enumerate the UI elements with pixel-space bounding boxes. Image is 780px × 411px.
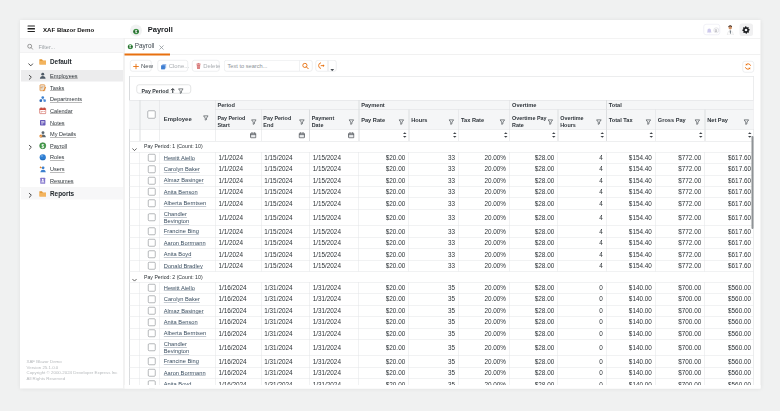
svg-text:$: $ (41, 144, 44, 149)
svg-text:$: $ (129, 45, 131, 49)
